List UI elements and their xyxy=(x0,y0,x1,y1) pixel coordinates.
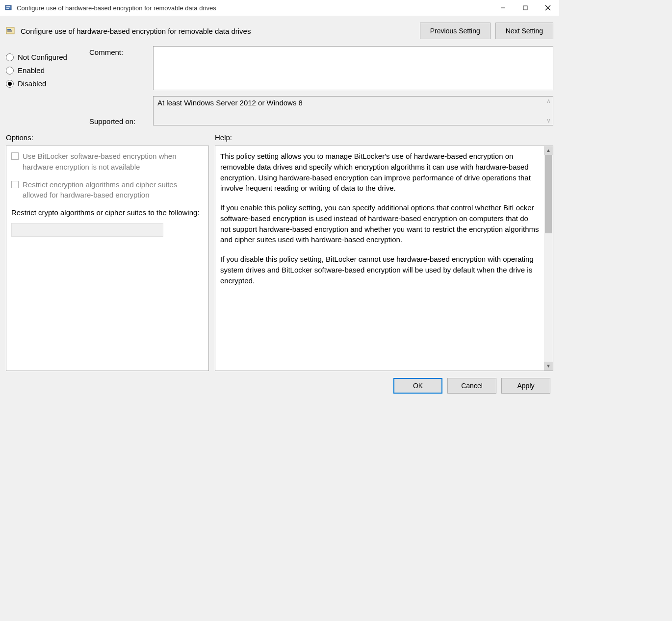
config-section: Not Configured Enabled Disabled Comment:… xyxy=(0,42,559,129)
radio-enabled[interactable]: Enabled xyxy=(6,66,84,75)
restrict-input[interactable] xyxy=(11,223,163,237)
restrict-label: Restrict crypto algorithms or cipher sui… xyxy=(11,207,204,218)
svg-rect-10 xyxy=(7,31,12,32)
radio-label: Enabled xyxy=(18,66,45,75)
svg-rect-2 xyxy=(6,8,9,9)
policy-icon xyxy=(6,26,15,35)
svg-rect-8 xyxy=(7,29,11,30)
ok-button[interactable]: OK xyxy=(393,378,442,394)
help-text: This policy setting allows you to manage… xyxy=(220,151,548,286)
scroll-up-icon[interactable]: ▲ xyxy=(544,146,553,155)
comment-label: Comment: xyxy=(89,46,148,56)
next-setting-button[interactable]: Next Setting xyxy=(495,23,553,39)
panels: Use BitLocker software-based encryption … xyxy=(0,146,559,371)
checkbox-icon xyxy=(11,152,19,160)
close-button[interactable] xyxy=(537,0,559,16)
supported-on-label: Supported on: xyxy=(89,111,148,125)
previous-setting-button[interactable]: Previous Setting xyxy=(420,23,491,39)
panels-header: Options: Help: xyxy=(0,129,559,146)
state-radios: Not Configured Enabled Disabled xyxy=(6,46,84,125)
minimize-button[interactable] xyxy=(491,0,514,16)
window-title: Configure use of hardware-based encrypti… xyxy=(17,4,491,12)
svg-rect-4 xyxy=(523,6,527,10)
supported-on-field: At least Windows Server 2012 or Windows … xyxy=(153,96,553,125)
svg-rect-9 xyxy=(7,30,12,31)
maximize-button[interactable] xyxy=(514,0,537,16)
policy-title: Configure use of hardware-based encrypti… xyxy=(21,27,414,35)
svg-rect-0 xyxy=(5,5,11,10)
options-label: Options: xyxy=(6,133,215,142)
scroll-up-icon[interactable]: ∧ xyxy=(546,98,551,104)
nav-buttons: Previous Setting Next Setting xyxy=(420,23,553,39)
titlebar: Configure use of hardware-based encrypti… xyxy=(0,0,559,16)
footer: OK Cancel Apply xyxy=(0,371,559,400)
svg-rect-1 xyxy=(6,6,10,7)
radio-label: Not Configured xyxy=(18,53,67,61)
radio-icon xyxy=(6,80,14,88)
radio-disabled[interactable]: Disabled xyxy=(6,79,84,88)
checkbox-icon xyxy=(11,181,19,188)
check-label: Restrict encryption algorithms and ciphe… xyxy=(23,179,204,201)
apply-button[interactable]: Apply xyxy=(501,378,550,394)
check-restrict-algorithms[interactable]: Restrict encryption algorithms and ciphe… xyxy=(11,179,204,201)
help-paragraph: If you disable this policy setting, BitL… xyxy=(220,254,540,286)
cancel-button[interactable]: Cancel xyxy=(447,378,496,394)
check-label: Use BitLocker software-based encryption … xyxy=(23,151,204,173)
help-scrollbar[interactable]: ▲ ▼ xyxy=(544,146,553,371)
help-panel: This policy setting allows you to manage… xyxy=(215,146,553,371)
supported-on-value: At least Windows Server 2012 or Windows … xyxy=(157,99,303,107)
check-software-fallback[interactable]: Use BitLocker software-based encryption … xyxy=(11,151,204,173)
scrollbar-track[interactable] xyxy=(544,155,553,362)
help-paragraph: This policy setting allows you to manage… xyxy=(220,151,540,194)
field-labels: Comment: Supported on: xyxy=(89,46,148,125)
policy-dialog: Configure use of hardware-based encrypti… xyxy=(0,0,559,517)
scrollbar-thumb[interactable] xyxy=(545,155,552,233)
help-paragraph: If you enable this policy setting, you c… xyxy=(220,202,540,245)
radio-not-configured[interactable]: Not Configured xyxy=(6,53,84,61)
comment-input[interactable] xyxy=(153,46,553,90)
radio-label: Disabled xyxy=(18,79,46,88)
scroll-down-icon[interactable]: ∨ xyxy=(546,117,551,124)
dialog-icon xyxy=(5,4,13,12)
window-controls xyxy=(491,0,559,16)
field-inputs: At least Windows Server 2012 or Windows … xyxy=(153,46,553,125)
options-panel: Use BitLocker software-based encryption … xyxy=(6,146,209,371)
header-row: Configure use of hardware-based encrypti… xyxy=(0,16,559,42)
radio-icon xyxy=(6,53,14,61)
scroll-down-icon[interactable]: ▼ xyxy=(544,362,553,371)
help-label: Help: xyxy=(215,133,553,142)
radio-icon xyxy=(6,67,14,75)
